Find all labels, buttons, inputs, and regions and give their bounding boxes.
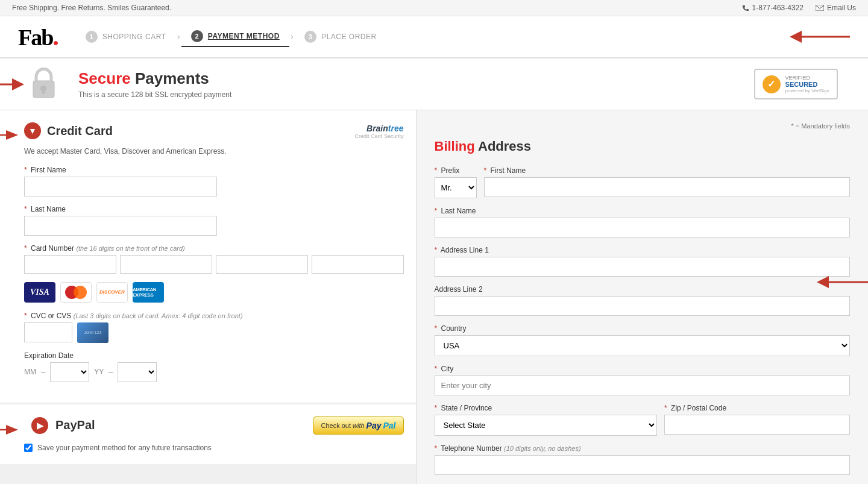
email-icon	[816, 5, 824, 11]
state-label: * State / Province	[435, 404, 658, 412]
cc-title: Credit Card	[47, 124, 113, 138]
phone-input[interactable]	[435, 455, 851, 475]
cvc-label: * CVC or CVS (Last 3 digits on back of c…	[24, 312, 404, 320]
cvc-input[interactable]	[24, 322, 72, 342]
top-bar: Free Shipping. Free Returns. Smiles Guar…	[0, 0, 868, 16]
cc-toggle-button[interactable]: ▼	[24, 122, 41, 139]
city-group: * City	[435, 365, 851, 395]
arrow-to-billing	[802, 273, 868, 291]
secure-subtitle: This is a secure 128 bit SSL encrypted p…	[78, 90, 231, 99]
card-icons: VISA DISCOVER	[24, 282, 404, 303]
svg-rect-0	[816, 5, 824, 11]
step-3-label: PLACE ORDER	[321, 33, 377, 41]
left-panel: ▼ Credit Card Braintree Credit Card Secu…	[0, 110, 417, 484]
cc-lastname-input[interactable]	[24, 216, 217, 236]
billing-firstname-input[interactable]	[484, 177, 851, 197]
breadcrumb-steps: 1 SHOPPING CART › 2 PAYMENT METHOD › 3 P…	[76, 27, 760, 47]
address1-group: * Address Line 1	[435, 246, 851, 277]
card-num-2[interactable]	[120, 255, 212, 274]
back-arrow-icon	[778, 28, 850, 46]
prefix-select[interactable]: Mr. Ms. Mrs. Dr.	[435, 177, 477, 198]
mastercard-icon	[60, 282, 92, 303]
address1-input[interactable]	[435, 257, 851, 277]
credit-card-section: ▼ Credit Card Braintree Credit Card Secu…	[0, 110, 416, 403]
expiry-group: Expiration Date MM – 01020304 05060708 0…	[24, 351, 404, 382]
accept-cards-text: We accept Master Card, Visa, Discover an…	[24, 146, 404, 157]
phone-group: * Telephone Number (10 digits only, no d…	[435, 444, 851, 475]
phone-link[interactable]: 1-877-463-4322	[742, 4, 804, 12]
right-panel: * = Mandatory fields Billing Address * P…	[417, 110, 869, 484]
prefix-group: * Prefix Mr. Ms. Mrs. Dr.	[435, 166, 477, 198]
address2-input[interactable]	[435, 296, 851, 316]
arrow-to-paypal	[0, 423, 21, 438]
cvc-card-image: John 123	[77, 322, 108, 343]
cc-firstname-input[interactable]	[24, 177, 217, 196]
secure-title: Secure Payments	[78, 69, 231, 88]
step-place-order[interactable]: 3 PLACE ORDER	[295, 27, 386, 46]
zip-group: * Zip / Postal Code	[664, 404, 850, 436]
logo-dot: .	[52, 23, 58, 51]
step-2-number: 2	[191, 30, 203, 42]
zip-input[interactable]	[664, 415, 850, 435]
cc-firstname-label: * First Name	[24, 166, 404, 174]
cc-cardnumber-label: * Card Number (the 16 digits on the fron…	[24, 244, 404, 253]
country-select[interactable]: USA Canada United Kingdom Australia	[435, 335, 851, 356]
back-arrow-area	[778, 28, 850, 46]
expiry-month-select[interactable]: 01020304 05060708 09101112	[50, 362, 89, 382]
card-num-3[interactable]	[216, 255, 308, 274]
svg-marker-13	[817, 276, 829, 288]
secure-section: Secure Payments This is a secure 128 bit…	[0, 58, 868, 110]
arrow-to-lock	[0, 72, 27, 96]
paypal-title: PayPal	[55, 418, 95, 432]
norton-check-icon: ✓	[763, 75, 781, 93]
address1-label: * Address Line 1	[435, 246, 851, 254]
paypal-toggle-button[interactable]: ▶	[31, 417, 48, 434]
svg-marker-4	[12, 78, 24, 90]
state-select[interactable]: Select State ALAKAZAR CACOCTDE FLGAHIID …	[435, 415, 658, 436]
step-1-number: 1	[86, 31, 98, 43]
expiry-yy-label: YY	[94, 368, 104, 376]
step-shopping-cart[interactable]: 1 SHOPPING CART	[76, 27, 176, 46]
paypal-section: ▶ PayPal Check out with PayPal Save your	[0, 404, 416, 464]
email-text: Email Us	[827, 4, 856, 12]
zip-label: * Zip / Postal Code	[664, 404, 850, 412]
braintree-name: Braintree	[354, 123, 403, 133]
card-num-4[interactable]	[312, 255, 404, 274]
prefix-firstname-row: * Prefix Mr. Ms. Mrs. Dr. * First Name	[435, 166, 851, 198]
expiry-year-select[interactable]: 2024202520262027 202820292030	[118, 362, 157, 382]
credit-card-inner: ▼ Credit Card Braintree Credit Card Secu…	[0, 110, 416, 403]
prefix-label: * Prefix	[435, 166, 477, 175]
city-label: * City	[435, 365, 851, 373]
braintree-logo: Braintree Credit Card Security	[354, 123, 403, 139]
billing-lastname-label: * Last Name	[435, 207, 851, 215]
country-label: * Country	[435, 324, 851, 333]
step-arrow-2: ›	[291, 31, 294, 42]
amex-icon: AMERICAN EXPRESS	[133, 282, 164, 303]
email-link[interactable]: Email Us	[816, 4, 856, 12]
billing-lastname-input[interactable]	[435, 218, 851, 237]
expiry-mm-label: MM	[24, 368, 36, 376]
main-content: ▼ Credit Card Braintree Credit Card Secu…	[0, 110, 868, 484]
billing-title: Billing Address	[435, 139, 851, 154]
billing-lastname-group: * Last Name	[435, 207, 851, 237]
card-num-1[interactable]	[24, 255, 116, 274]
step-arrow-1: ›	[177, 31, 180, 42]
paypal-checkout-btn[interactable]: Check out with PayPal	[313, 416, 403, 435]
cc-lastname-label: * Last Name	[24, 205, 404, 213]
cc-lastname-group: * Last Name	[24, 205, 404, 236]
save-payment-checkbox[interactable]	[24, 444, 33, 452]
logo[interactable]: Fab.	[18, 22, 58, 51]
norton-line3: powered by VeriSign	[785, 88, 829, 93]
phone-icon	[742, 4, 749, 11]
step-1-label: SHOPPING CART	[102, 33, 166, 41]
step-payment-method[interactable]: 2 PAYMENT METHOD	[181, 27, 289, 47]
country-group: * Country USA Canada United Kingdom Aust…	[435, 324, 851, 356]
header: Fab. 1 SHOPPING CART › 2 PAYMENT METHOD …	[0, 16, 868, 58]
cc-firstname-group: * First Name	[24, 166, 404, 196]
paypal-header: ▶ PayPal Check out with PayPal	[24, 416, 404, 435]
save-payment-label: Save your payment method for any future …	[37, 444, 212, 452]
cc-cardnumber-group: * Card Number (the 16 digits on the fron…	[24, 244, 404, 274]
step-3-number: 3	[304, 31, 316, 43]
city-input[interactable]	[435, 376, 851, 395]
expiry-inputs: MM – 01020304 05060708 09101112 YY –	[24, 362, 404, 382]
